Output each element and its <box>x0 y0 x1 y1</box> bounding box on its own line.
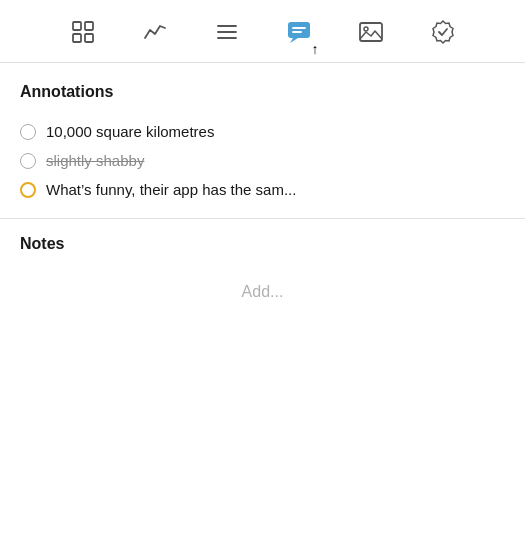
badge-icon[interactable] <box>425 14 461 50</box>
list-item: What’s funny, their app has the sam... <box>20 175 505 204</box>
annotations-icon[interactable]: ↑ <box>281 14 317 50</box>
svg-rect-7 <box>288 22 310 38</box>
annotation-list: 10,000 square kilometres slightly shabby… <box>20 117 505 204</box>
svg-point-11 <box>364 27 368 31</box>
annotations-title: Annotations <box>20 83 505 101</box>
svg-rect-2 <box>73 34 81 42</box>
svg-rect-1 <box>85 22 93 30</box>
image-icon[interactable] <box>353 14 389 50</box>
list-item: 10,000 square kilometres <box>20 117 505 146</box>
list-item: slightly shabby <box>20 146 505 175</box>
annotation-text-2: slightly shabby <box>46 152 144 169</box>
svg-rect-0 <box>73 22 81 30</box>
chart-icon[interactable] <box>137 14 173 50</box>
radio-button-3[interactable] <box>20 182 36 198</box>
notes-section: Notes Add... <box>0 219 525 301</box>
notes-add-area[interactable]: Add... <box>20 283 505 301</box>
annotations-section: Annotations 10,000 square kilometres sli… <box>0 63 525 204</box>
annotation-text-1: 10,000 square kilometres <box>46 123 214 140</box>
radio-button-2[interactable] <box>20 153 36 169</box>
svg-rect-3 <box>85 34 93 42</box>
radio-button-1[interactable] <box>20 124 36 140</box>
notes-title: Notes <box>20 235 505 253</box>
notes-add-placeholder[interactable]: Add... <box>242 283 284 301</box>
annotation-text-3: What’s funny, their app has the sam... <box>46 181 296 198</box>
list-icon[interactable] <box>209 14 245 50</box>
svg-rect-10 <box>360 23 382 41</box>
toolbar: ↑ <box>0 0 525 63</box>
grid-icon[interactable] <box>65 14 101 50</box>
